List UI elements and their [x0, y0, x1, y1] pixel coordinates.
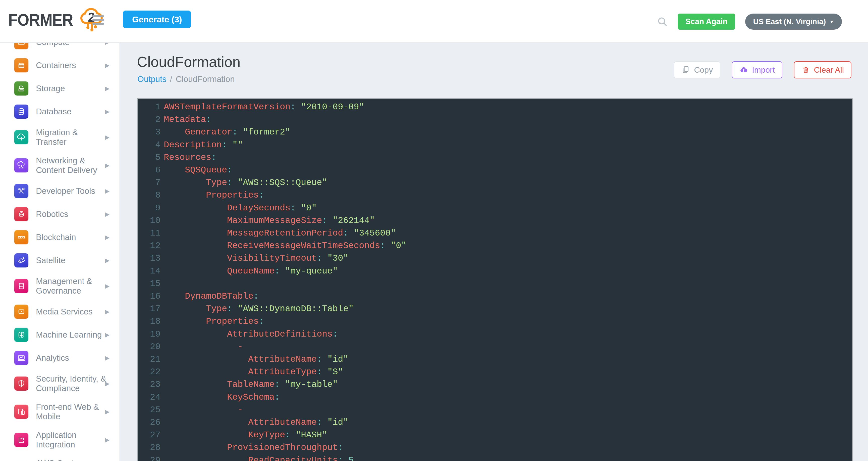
line-number: 25: [138, 404, 160, 416]
line-content: AttributeName: "id": [160, 416, 348, 429]
sidebar-item-security-identity-compliance[interactable]: Security, Identity, & Compliance▶: [0, 370, 120, 398]
code-line: 22 AttributeType: "S": [138, 366, 852, 378]
line-number: 9: [138, 202, 160, 214]
copy-icon: [681, 66, 690, 74]
code-line: 15: [138, 278, 852, 290]
chevron-right-icon: ▶: [105, 108, 110, 115]
line-number: 11: [138, 227, 160, 239]
scan-again-button[interactable]: Scan Again: [678, 13, 735, 30]
sidebar-item-front-end-web-mobile[interactable]: Front-end Web & Mobile▶: [0, 398, 120, 426]
sidebar-item-label: Robotics: [36, 209, 68, 219]
application-integration-icon: [14, 433, 28, 447]
code-line: 26 AttributeName: "id": [138, 416, 852, 429]
chevron-right-icon: ▶: [105, 85, 110, 92]
chevron-right-icon: ▶: [105, 408, 110, 415]
cloudformation-template-output: 1AWSTemplateFormatVersion: "2010-09-09"2…: [137, 98, 853, 461]
line-content: MessageRetentionPeriod: "345600": [160, 227, 396, 239]
chevron-right-icon: ▶: [105, 234, 110, 241]
sidebar-item-compute[interactable]: Compute▶: [0, 43, 120, 54]
line-content: DelaySeconds: "0": [160, 202, 317, 214]
line-content: -: [160, 341, 248, 353]
database-icon: [14, 105, 28, 119]
sidebar-item-networking-content-delivery[interactable]: Networking & Content Delivery▶: [0, 151, 120, 179]
chevron-right-icon: ▶: [105, 257, 110, 264]
storage-icon: [14, 81, 28, 95]
line-number: 7: [138, 176, 160, 189]
code-line: 2Metadata:: [138, 113, 852, 126]
chevron-right-icon: ▶: [105, 436, 110, 443]
sidebar-item-label: Storage: [36, 84, 65, 93]
sidebar-item-analytics[interactable]: Analytics▶: [0, 346, 120, 370]
code-line: 1AWSTemplateFormatVersion: "2010-09-09": [138, 101, 852, 113]
line-content: ReceiveMessageWaitTimeSeconds: "0": [160, 239, 406, 252]
sidebar-item-migration-transfer[interactable]: Migration & Transfer▶: [0, 123, 120, 151]
sidebar-item-management-governance[interactable]: Management & Governance▶: [0, 272, 120, 300]
code-line: 3 Generator: "former2": [138, 126, 852, 139]
sidebar-item-developer-tools[interactable]: Developer Tools▶: [0, 179, 120, 203]
chevron-right-icon: ▶: [105, 283, 110, 290]
line-content: Generator: "former2": [160, 126, 290, 139]
menu-toggle-icon[interactable]: [92, 15, 104, 27]
sidebar-item-label: Migration & Transfer: [36, 128, 109, 147]
chevron-right-icon: ▶: [105, 162, 110, 169]
containers-icon: [14, 58, 28, 73]
code-line: 16 DynamoDBTable:: [138, 290, 852, 302]
sidebar-item-storage[interactable]: Storage▶: [0, 77, 120, 100]
code-line: 18 Properties:: [138, 315, 852, 328]
line-number: 17: [138, 302, 160, 315]
sidebar-item-label: Networking & Content Delivery: [36, 156, 109, 175]
line-number: 21: [138, 353, 160, 366]
sidebar-item-label: Media Services: [36, 307, 93, 316]
code-line: 13 VisibilityTimeout: "30": [138, 252, 852, 265]
line-content: AttributeDefinitions:: [160, 328, 338, 341]
region-selector[interactable]: US East (N. Virginia) ▼: [745, 13, 842, 30]
line-number: 29: [138, 454, 160, 461]
breadcrumb-current: CloudFormation: [176, 75, 235, 84]
code-line: 20 -: [138, 341, 852, 353]
line-number: 24: [138, 391, 160, 404]
import-button[interactable]: Import: [732, 61, 782, 79]
line-number: 1: [138, 101, 160, 113]
line-content: [160, 278, 164, 290]
sidebar-item-aws-cost-management[interactable]: AWS Cost Management▶: [0, 454, 120, 461]
code-line: 21 AttributeName: "id": [138, 353, 852, 366]
code-line: 12 ReceiveMessageWaitTimeSeconds: "0": [138, 239, 852, 252]
sidebar-item-robotics[interactable]: Robotics▶: [0, 203, 120, 226]
trash-icon: [801, 66, 810, 74]
sidebar-item-application-integration[interactable]: Application Integration▶: [0, 426, 120, 454]
generate-button[interactable]: Generate (3): [123, 10, 191, 28]
sidebar-item-label: Security, Identity, & Compliance: [36, 374, 109, 393]
code-line: 5Resources:: [138, 151, 852, 164]
sidebar-item-machine-learning[interactable]: Machine Learning▶: [0, 323, 120, 346]
code-line: 28 ProvisionedThroughput:: [138, 441, 852, 454]
analytics-icon: [14, 351, 28, 365]
line-content: VisibilityTimeout: "30": [160, 252, 348, 265]
code-lines: 1AWSTemplateFormatVersion: "2010-09-09"2…: [138, 101, 852, 461]
line-content: Type: "AWS::DynamoDB::Table": [160, 302, 353, 315]
chevron-right-icon: ▶: [105, 308, 110, 315]
chevron-right-icon: ▶: [105, 134, 110, 141]
line-number: 15: [138, 278, 160, 290]
copy-button[interactable]: Copy: [674, 61, 720, 79]
line-content: DynamoDBTable:: [160, 290, 259, 302]
search-icon[interactable]: [657, 16, 668, 27]
sidebar-item-containers[interactable]: Containers▶: [0, 54, 120, 77]
line-number: 8: [138, 189, 160, 202]
sidebar-item-media-services[interactable]: Media Services▶: [0, 300, 120, 323]
clear-all-button[interactable]: Clear All: [794, 61, 851, 79]
media-services-icon: [14, 305, 28, 319]
line-number: 28: [138, 441, 160, 454]
sidebar-item-satellite[interactable]: Satellite▶: [0, 249, 120, 272]
machine-learning-icon: [14, 328, 28, 342]
line-content: -: [160, 404, 248, 416]
line-content: ReadCapacityUnits: 5: [160, 454, 353, 461]
line-number: 12: [138, 239, 160, 252]
line-content: Properties:: [160, 189, 264, 202]
code-line: 7 Type: "AWS::SQS::Queue": [138, 176, 852, 189]
sidebar-item-database[interactable]: Database▶: [0, 100, 120, 123]
former2-logo[interactable]: FORMER 2: [8, 3, 104, 39]
line-number: 3: [138, 126, 160, 139]
line-number: 16: [138, 290, 160, 302]
breadcrumb-outputs-link[interactable]: Outputs: [137, 75, 166, 84]
sidebar-item-blockchain[interactable]: Blockchain▶: [0, 226, 120, 249]
